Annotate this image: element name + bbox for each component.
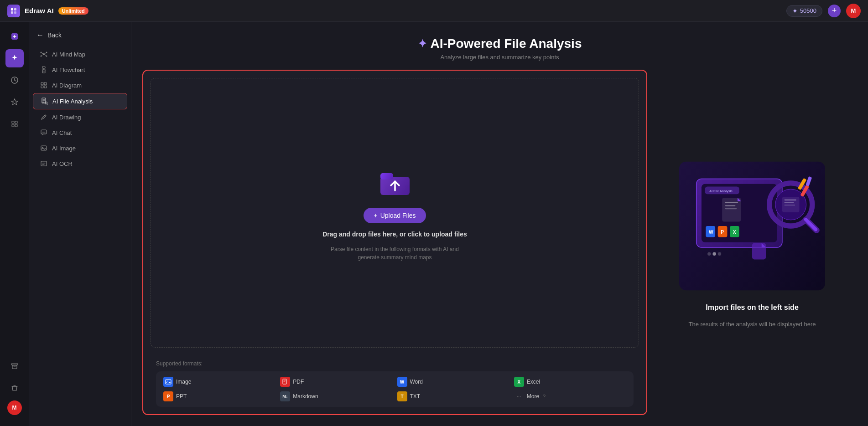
ai-diagram-icon [40, 82, 47, 89]
svg-rect-55 [785, 199, 796, 200]
two-column-layout: + Upload Files Drag and drop files here,… [131, 70, 868, 426]
page-subtitle: Analyze large files and summarize key po… [131, 54, 868, 61]
iconbar-star[interactable] [5, 93, 24, 111]
format-markdown-label: Markdown [293, 393, 318, 400]
svg-rect-6 [12, 121, 14, 123]
svg-rect-33 [283, 379, 286, 384]
svg-rect-20 [44, 82, 47, 85]
upload-files-button[interactable]: + Upload Files [364, 208, 426, 223]
illustration: AI File Analysis W [679, 158, 825, 294]
format-word-label: Word [410, 379, 423, 385]
avatar[interactable]: M [846, 4, 861, 18]
sidebar-label-ai-image: AI Image [52, 145, 76, 152]
svg-point-27 [42, 147, 43, 148]
format-excel-label: Excel [527, 379, 540, 385]
upload-parse-text: Parse file content in the following form… [327, 245, 463, 262]
format-pdf[interactable]: PDF [280, 377, 392, 387]
sidebar-item-ai-diagram[interactable]: AI Diagram [33, 77, 127, 93]
svg-rect-22 [44, 86, 47, 88]
format-more-label: More [527, 393, 539, 400]
upload-panel: + Upload Files Drag and drop files here,… [142, 70, 647, 415]
right-panel-subtitle: The results of the analysis will be disp… [689, 321, 816, 328]
format-txt[interactable]: T TXT [397, 391, 509, 401]
format-txt-icon: T [397, 391, 407, 401]
svg-rect-3 [14, 11, 16, 14]
app-logo [7, 5, 20, 17]
ai-mind-map-icon [40, 51, 47, 58]
format-image-icon [163, 377, 173, 387]
topbar-left: Edraw AI Unlimited [7, 5, 88, 17]
more-help-icon: ? [543, 394, 546, 399]
format-image[interactable]: Image [163, 377, 275, 387]
svg-rect-2 [11, 11, 13, 14]
format-more[interactable]: ··· More ? [514, 391, 626, 401]
format-excel-icon: X [514, 377, 524, 387]
ai-drawing-icon [40, 113, 47, 121]
svg-text:P: P [721, 229, 724, 234]
svg-rect-40 [722, 197, 741, 221]
back-label: Back [47, 31, 62, 39]
iconbar-layers[interactable] [5, 115, 24, 133]
format-markdown[interactable]: M↓ Markdown [280, 391, 392, 401]
back-arrow-icon: ← [36, 31, 44, 39]
iconbar-history[interactable] [5, 71, 24, 89]
topbar: Edraw AI Unlimited ✦ 50500 + M [0, 0, 868, 22]
credits-value: 50500 [800, 7, 816, 14]
formats-section: Supported formats: Image [143, 355, 646, 414]
svg-rect-7 [15, 121, 17, 123]
ai-flowchart-icon [40, 66, 47, 73]
page-title-text: AI-Powered File Analysis [431, 36, 582, 51]
iconbar-trash[interactable] [5, 379, 24, 397]
iconbar-new[interactable] [5, 27, 24, 46]
sidebar-item-ai-image[interactable]: AI Image [33, 140, 127, 156]
svg-rect-26 [41, 146, 47, 150]
svg-rect-1 [14, 8, 16, 10]
svg-rect-28 [41, 161, 47, 166]
iconbar-ai[interactable] [5, 49, 24, 67]
svg-rect-9 [15, 124, 17, 127]
badge-unlimited: Unlimited [58, 7, 88, 15]
format-ppt[interactable]: P PPT [163, 391, 275, 401]
sidebar-label-ai-mind-map: AI Mind Map [52, 51, 85, 58]
sidebar-item-ai-ocr[interactable]: AI OCR [33, 156, 127, 171]
avatar-bottom[interactable]: M [7, 400, 22, 415]
svg-rect-57 [785, 204, 795, 205]
format-pdf-icon [280, 377, 290, 387]
svg-rect-43 [725, 208, 737, 209]
back-button[interactable]: ← Back [29, 27, 131, 46]
svg-point-32 [167, 381, 168, 382]
upload-plus-icon: + [374, 212, 377, 219]
format-excel[interactable]: X Excel [514, 377, 626, 387]
upload-icon-wrapper [377, 164, 413, 200]
format-markdown-icon: M↓ [280, 391, 290, 401]
iconbar-archive[interactable] [5, 357, 24, 375]
content-area: ✦ AI-Powered File Analysis Analyze large… [131, 22, 868, 426]
format-ppt-icon: P [163, 391, 173, 401]
upload-drag-text: Drag and drop files here, or click to up… [322, 231, 467, 238]
svg-rect-31 [166, 380, 171, 384]
sidebar-label-ai-ocr: AI OCR [52, 160, 73, 167]
svg-point-63 [718, 252, 722, 256]
svg-rect-21 [41, 86, 43, 88]
sidebar-item-ai-mind-map[interactable]: AI Mind Map [33, 46, 127, 62]
sidebar-item-ai-flowchart[interactable]: AI Flowchart [33, 62, 127, 77]
ai-file-analysis-icon [41, 98, 48, 105]
format-image-label: Image [176, 379, 191, 385]
svg-rect-19 [41, 82, 43, 85]
svg-point-62 [712, 252, 716, 256]
credits-button[interactable]: ✦ 50500 [786, 5, 822, 17]
sidebar-item-ai-file-analysis[interactable]: AI File Analysis [33, 93, 127, 109]
sidebar-label-ai-file-analysis: AI File Analysis [52, 98, 93, 105]
icon-bar: M [0, 22, 29, 426]
plus-button[interactable]: + [828, 5, 841, 17]
sidebar-item-ai-drawing[interactable]: AI Drawing [33, 109, 127, 125]
svg-text:AI File Analysis: AI File Analysis [709, 189, 733, 193]
format-word-icon: W [397, 377, 407, 387]
format-word[interactable]: W Word [397, 377, 509, 387]
upload-dropzone[interactable]: + Upload Files Drag and drop files here,… [151, 78, 639, 348]
sidebar-item-ai-chat[interactable]: AI Chat [33, 125, 127, 140]
format-txt-label: TXT [410, 393, 421, 400]
svg-rect-8 [12, 124, 14, 127]
formats-grid: Image PDF W [156, 371, 634, 407]
svg-text:X: X [733, 229, 736, 234]
